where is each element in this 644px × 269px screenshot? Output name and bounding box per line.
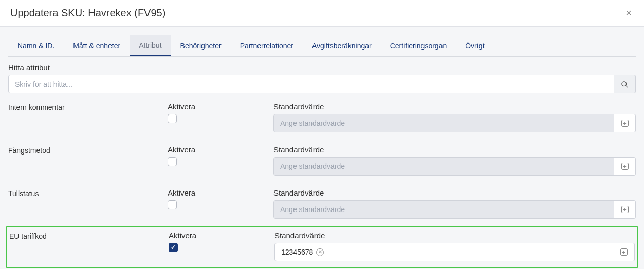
attribute-name: Intern kommentar [8, 102, 168, 132]
search-row [8, 75, 636, 93]
attribute-row-highlighted: EU tariffkod Aktivera Standardvärde 1234… [6, 226, 638, 268]
default-column: Standardvärde Ange standardvärde + [273, 188, 636, 219]
activate-checkbox[interactable] [168, 157, 177, 166]
search-input[interactable] [8, 75, 614, 93]
activate-column: Aktivera [168, 102, 273, 132]
plus-icon: + [621, 206, 629, 213]
add-value-button[interactable]: + [613, 243, 635, 261]
activate-label: Aktivera [168, 188, 273, 197]
close-icon: ✕ [318, 249, 322, 255]
default-value-input[interactable]: Ange standardvärde [273, 114, 614, 132]
activate-column: Aktivera [168, 145, 273, 176]
chip-text: 12345678 [281, 248, 313, 256]
value-chip: 12345678 ✕ [281, 248, 324, 256]
attribute-name: Fångstmetod [8, 145, 168, 176]
plus-icon: + [620, 248, 628, 256]
add-value-button[interactable]: + [614, 157, 636, 176]
tab-ovrigt[interactable]: Övrigt [456, 35, 493, 56]
default-value-input[interactable]: Ange standardvärde [273, 157, 614, 176]
modal-header: Uppdatera SKU: Havrekex (FV95) × [0, 0, 644, 27]
close-button[interactable]: × [623, 7, 634, 19]
svg-line-1 [625, 85, 628, 87]
default-input-row: 12345678 ✕ + [274, 243, 635, 261]
default-input-row: Ange standardvärde + [273, 114, 636, 132]
search-label: Hitta attribut [8, 63, 636, 72]
tab-namn-id[interactable]: Namn & ID. [8, 35, 64, 56]
attribute-name: Tullstatus [8, 188, 168, 219]
tab-behorigheter[interactable]: Behörigheter [171, 35, 231, 56]
tab-attribut[interactable]: Attribut [130, 35, 171, 56]
default-label: Standardvärde [273, 145, 636, 154]
activate-checkbox[interactable] [168, 114, 177, 123]
modal-body: Namn & ID. Mått & enheter Attribut Behör… [0, 27, 644, 269]
add-value-button[interactable]: + [614, 114, 636, 132]
search-icon [621, 81, 629, 88]
tab-avgiftsberakningar[interactable]: Avgiftsberäkningar [303, 35, 381, 56]
default-label: Standardvärde [274, 231, 635, 240]
activate-column: Aktivera [168, 188, 273, 219]
svg-point-0 [622, 81, 627, 86]
close-icon: × [625, 7, 632, 18]
attribute-row: Intern kommentar Aktivera Standardvärde … [8, 97, 636, 140]
default-label: Standardvärde [273, 102, 636, 111]
tab-matt-enheter[interactable]: Mått & enheter [64, 35, 130, 56]
activate-label: Aktivera [168, 102, 273, 111]
plus-icon: + [621, 120, 629, 127]
attribute-row: Fångstmetod Aktivera Standardvärde Ange … [8, 140, 636, 183]
tab-partnerrelationer[interactable]: Partnerrelationer [231, 35, 303, 56]
modal-container: Uppdatera SKU: Havrekex (FV95) × Namn & … [0, 0, 644, 269]
attribute-name: EU tariffkod [9, 231, 169, 261]
default-value-input[interactable]: 12345678 ✕ [274, 243, 613, 261]
tabs-bar: Namn & ID. Mått & enheter Attribut Behör… [8, 27, 636, 57]
attribute-row: Tullstatus Aktivera Standardvärde Ange s… [8, 183, 636, 226]
add-value-button[interactable]: + [614, 200, 636, 219]
tab-certifieringsorgan[interactable]: Certifieringsorgan [381, 35, 456, 56]
default-input-row: Ange standardvärde + [273, 200, 636, 219]
default-input-row: Ange standardvärde + [273, 157, 636, 176]
activate-label: Aktivera [168, 145, 273, 154]
search-button[interactable] [614, 75, 636, 93]
modal-title: Uppdatera SKU: Havrekex (FV95) [10, 7, 165, 19]
chip-remove-button[interactable]: ✕ [316, 248, 324, 256]
default-column: Standardvärde 12345678 ✕ + [274, 231, 635, 261]
default-column: Standardvärde Ange standardvärde + [273, 145, 636, 176]
activate-checkbox[interactable] [168, 200, 177, 209]
default-value-input[interactable]: Ange standardvärde [273, 200, 614, 219]
activate-checkbox[interactable] [169, 243, 178, 252]
default-column: Standardvärde Ange standardvärde + [273, 102, 636, 132]
activate-column: Aktivera [169, 231, 274, 261]
default-label: Standardvärde [273, 188, 636, 197]
plus-icon: + [621, 163, 629, 170]
activate-label: Aktivera [169, 231, 274, 240]
